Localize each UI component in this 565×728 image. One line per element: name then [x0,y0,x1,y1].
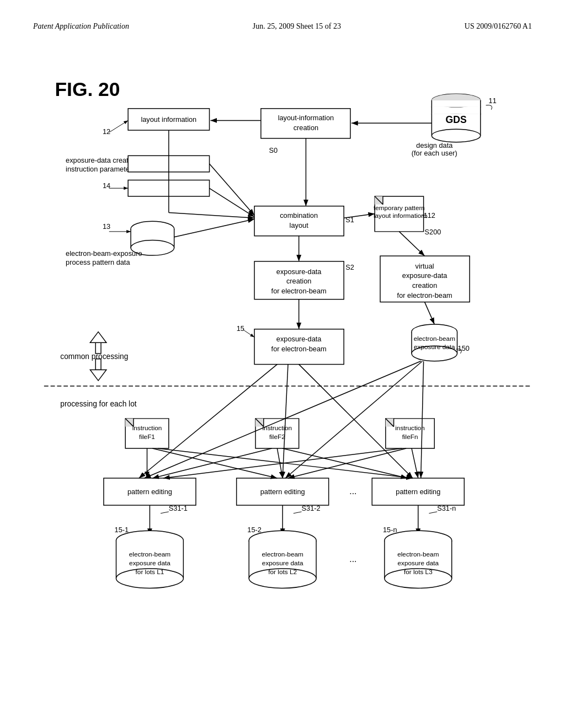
svg-text:15: 15 [237,324,244,333]
svg-text:for electron-beam: for electron-beam [271,345,327,353]
svg-marker-81 [95,359,101,370]
svg-text:for lots L1: for lots L1 [136,568,164,575]
svg-line-133 [145,361,421,478]
svg-text:temporary pattern: temporary pattern [374,204,425,211]
svg-text:virtual: virtual [415,262,434,270]
svg-text:creation: creation [412,281,437,290]
svg-text:13: 13 [103,222,110,231]
svg-text:...: ... [349,486,356,496]
svg-text:S31-2: S31-2 [302,504,321,512]
svg-line-50 [210,188,255,217]
svg-text:electron-beam-exposure: electron-beam-exposure [66,249,142,258]
svg-text:instruction: instruction [132,424,162,431]
svg-text:fileFn: fileFn [402,433,418,440]
svg-point-5 [431,129,480,142]
svg-text:fileF1: fileF1 [139,433,155,440]
figure-diagram: FIG. 20 GDS 11 design data (for each use… [33,72,543,695]
svg-rect-13 [431,100,480,107]
svg-text:12: 12 [103,127,110,136]
svg-text:(for each user): (for each user) [412,149,457,157]
svg-text:exposure-data: exposure-data [402,271,448,280]
header-left: Patent Application Publication [33,22,129,31]
svg-text:instruction: instruction [395,424,425,431]
svg-text:creation: creation [286,277,311,285]
svg-text:design data: design data [416,141,453,149]
page-header: Patent Application Publication Jun. 25, … [0,22,565,31]
svg-line-51 [174,219,254,237]
svg-text:electron-beam: electron-beam [262,550,303,558]
svg-text:for electron-beam: for electron-beam [271,287,327,295]
svg-text:layout: layout [290,221,309,229]
svg-text:for electron-beam: for electron-beam [397,291,452,299]
svg-text:150: 150 [458,344,470,352]
svg-text:exposure data: exposure data [397,559,439,566]
svg-text:combination: combination [280,211,318,220]
svg-text:exposure-data creation: exposure-data creation [66,156,138,164]
svg-text:S0: S0 [269,146,278,154]
svg-text:15-2: 15-2 [247,526,262,534]
svg-text:pattern editing: pattern editing [260,488,305,496]
svg-text:layout-information: layout-information [278,114,334,122]
svg-line-48 [169,212,254,218]
svg-text:exposure data: exposure data [414,343,455,350]
svg-text:for lots L2: for lots L2 [268,568,297,575]
svg-text:exposure-data: exposure-data [276,267,322,276]
figure-title: FIG. 20 [55,78,120,100]
svg-text:electron-beam: electron-beam [129,550,170,558]
svg-text:S31-n: S31-n [437,504,456,512]
svg-text:process pattern data: process pattern data [66,258,130,266]
svg-text:exposure data: exposure data [129,559,170,566]
svg-text:GDS: GDS [445,114,467,125]
svg-text:15-1: 15-1 [115,526,129,534]
svg-text:S200: S200 [425,228,441,236]
svg-text:instruction parameters: instruction parameters [66,165,135,173]
svg-text:fileF2: fileF2 [269,433,285,440]
svg-text:electron-beam: electron-beam [397,550,439,558]
header-right: US 2009/0162760 A1 [465,22,532,31]
svg-line-72 [399,232,424,256]
svg-text:layout information: layout information [374,212,425,219]
svg-text:15-n: 15-n [383,526,397,534]
svg-text:creation: creation [294,124,318,132]
svg-marker-80 [90,332,106,343]
svg-text:common processing: common processing [60,352,128,361]
svg-text:11: 11 [489,97,497,105]
svg-text:layout information: layout information [141,115,196,124]
svg-line-91 [425,302,435,324]
svg-text:pattern editing: pattern editing [396,488,440,496]
svg-text:S31-1: S31-1 [169,504,188,512]
svg-marker-82 [90,370,106,381]
svg-text:instruction: instruction [262,424,292,431]
svg-text:14: 14 [103,181,110,190]
svg-line-127 [412,448,418,478]
svg-marker-79 [95,342,101,354]
svg-text:112: 112 [424,211,435,220]
svg-text:exposure data: exposure data [262,559,303,566]
svg-text:for lots L3: for lots L3 [404,568,433,575]
svg-text:processing for each lot: processing for each lot [60,400,137,408]
svg-text:...: ... [349,554,356,564]
svg-text:electron-beam: electron-beam [414,335,455,342]
svg-line-49 [210,164,255,215]
svg-rect-8 [431,107,480,114]
header-center: Jun. 25, 2009 Sheet 15 of 23 [253,22,341,31]
svg-text:pattern editing: pattern editing [127,488,172,496]
svg-text:S2: S2 [345,263,354,271]
svg-text:exposure-data: exposure-data [276,335,322,343]
